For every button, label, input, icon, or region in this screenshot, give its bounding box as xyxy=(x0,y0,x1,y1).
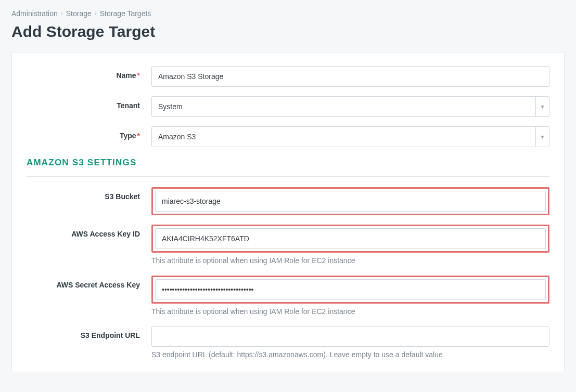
chevron-right-icon: › xyxy=(95,10,97,17)
highlight-box-access-key xyxy=(151,225,549,253)
highlight-box-bucket xyxy=(151,187,549,215)
page-title: Add Storage Target xyxy=(11,23,565,41)
type-label: Type* xyxy=(27,126,151,140)
chevron-down-icon: ▼ xyxy=(535,97,549,116)
s3-bucket-input[interactable] xyxy=(155,191,546,212)
endpoint-label: S3 Endpoint URL xyxy=(27,326,151,339)
breadcrumb: Administration › Storage › Storage Targe… xyxy=(11,9,565,18)
section-header-s3: AMAZON S3 SETTINGS xyxy=(27,158,549,173)
s3-bucket-label: S3 Bucket xyxy=(27,187,151,201)
form-panel: Name* Tenant System ▼ T xyxy=(11,52,565,372)
type-select-value: Amazon S3 xyxy=(158,133,196,141)
chevron-down-icon: ▼ xyxy=(535,127,549,147)
breadcrumb-administration[interactable]: Administration xyxy=(11,9,58,18)
endpoint-help: S3 endpoint URL (default: https://s3.ama… xyxy=(151,350,549,360)
tenant-label: Tenant xyxy=(27,96,151,110)
breadcrumb-storage-targets[interactable]: Storage Targets xyxy=(100,9,151,18)
breadcrumb-storage[interactable]: Storage xyxy=(66,9,92,18)
chevron-right-icon: › xyxy=(61,10,63,17)
secret-key-help: This attribute is optional when using IA… xyxy=(151,307,549,317)
access-key-label: AWS Access Key ID xyxy=(27,225,151,238)
required-marker: * xyxy=(137,71,140,80)
endpoint-input[interactable] xyxy=(151,326,549,347)
name-label: Name* xyxy=(27,66,151,80)
highlight-box-secret xyxy=(151,276,549,304)
tenant-select[interactable]: System ▼ xyxy=(151,96,549,117)
access-key-help: This attribute is optional when using IA… xyxy=(151,256,549,266)
name-input[interactable] xyxy=(151,66,549,87)
required-marker: * xyxy=(137,132,140,140)
secret-key-input[interactable] xyxy=(155,279,546,300)
type-select[interactable]: Amazon S3 ▼ xyxy=(151,126,549,147)
access-key-input[interactable] xyxy=(155,228,546,249)
section-divider xyxy=(27,176,549,177)
secret-key-label: AWS Secret Access Key xyxy=(27,276,151,289)
tenant-select-value: System xyxy=(158,102,183,111)
